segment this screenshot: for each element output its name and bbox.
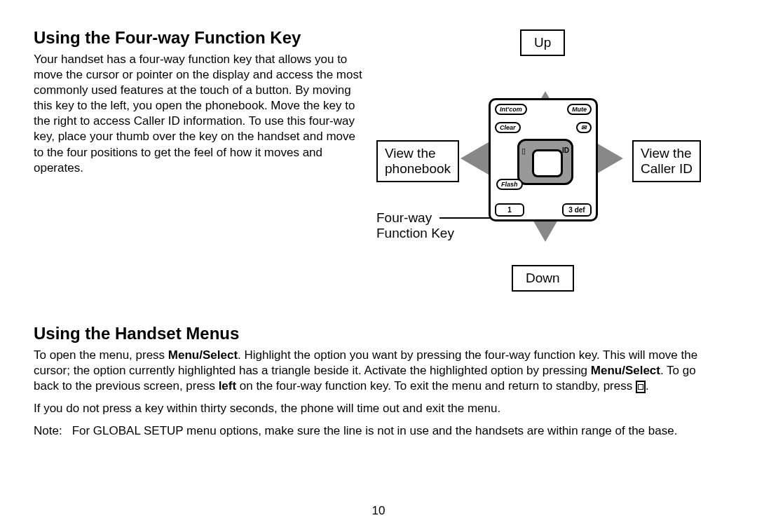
- page-number: 10: [0, 504, 757, 518]
- note-label: Note:: [34, 423, 62, 439]
- p1-b: Menu/Select: [168, 348, 238, 362]
- phone-second-row: Clear ✉: [491, 118, 596, 137]
- left-column: Using the Four-way Function Key Your han…: [34, 28, 363, 176]
- fwfk-line2: Function Key: [376, 226, 454, 240]
- label-four-way-function-key: Four-way Function Key: [376, 210, 454, 241]
- end-key-icon: [636, 381, 646, 393]
- mute-button-label: Mute: [567, 104, 592, 115]
- p1-g: on the four-way function key. To exit th…: [236, 379, 636, 393]
- paragraph-timeout: If you do not press a key within thirty …: [34, 401, 723, 416]
- note-text: For GLOBAL SETUP menu options, make sure…: [72, 423, 678, 439]
- key-1: 1: [495, 203, 524, 217]
- p1-f: left: [219, 379, 237, 393]
- paragraph-four-way: Your handset has a four-way function key…: [34, 52, 363, 176]
- section-four-way: Using the Four-way Function Key Your han…: [34, 28, 723, 308]
- p1-h: .: [646, 379, 649, 393]
- label-right-line1: View the: [641, 146, 692, 161]
- arrow-left-icon: [461, 140, 492, 177]
- p1-d: Menu/Select: [591, 364, 660, 377]
- four-way-diagram: Up View the phonebook View the Caller ID…: [380, 28, 709, 308]
- label-view-caller-id: View the Caller ID: [632, 140, 701, 182]
- key-3: 3 def: [562, 203, 592, 217]
- note-global-setup: Note: For GLOBAL SETUP menu options, mak…: [34, 423, 723, 439]
- intcom-button-label: Int'com: [495, 104, 527, 115]
- phone-graphic: Int'com Mute Clear ✉ ▯ ID Flash 1 3 def: [461, 70, 622, 252]
- phone-body: Int'com Mute Clear ✉ ▯ ID Flash 1 3 def: [489, 98, 598, 221]
- label-right-line2: Caller ID: [641, 161, 693, 176]
- heading-handset-menus: Using the Handset Menus: [34, 324, 723, 343]
- label-down: Down: [512, 265, 574, 292]
- heading-four-way: Using the Four-way Function Key: [34, 28, 363, 48]
- paragraph-menu-instructions: To open the menu, press Menu/Select. Hig…: [34, 348, 723, 394]
- flash-button-label: Flash: [496, 179, 523, 190]
- label-left-line2: phonebook: [385, 161, 451, 176]
- center-select: [532, 149, 563, 177]
- caller-id-icon: ID: [562, 146, 569, 154]
- clear-button-label: Clear: [495, 122, 521, 133]
- label-left-line1: View the: [385, 146, 436, 161]
- label-view-phonebook: View the phonebook: [376, 140, 459, 182]
- phonebook-icon: ▯: [521, 146, 526, 156]
- section-handset-menus: Using the Handset Menus To open the menu…: [34, 324, 723, 439]
- p1-a: To open the menu, press: [34, 348, 168, 362]
- fwfk-line1: Four-way: [376, 210, 432, 225]
- label-up: Up: [520, 29, 565, 56]
- number-row: 1 3 def: [491, 203, 596, 217]
- envelope-icon: ✉: [576, 122, 592, 133]
- four-way-pad: ▯ ID: [517, 139, 573, 185]
- phone-top-row: Int'com Mute: [491, 100, 596, 118]
